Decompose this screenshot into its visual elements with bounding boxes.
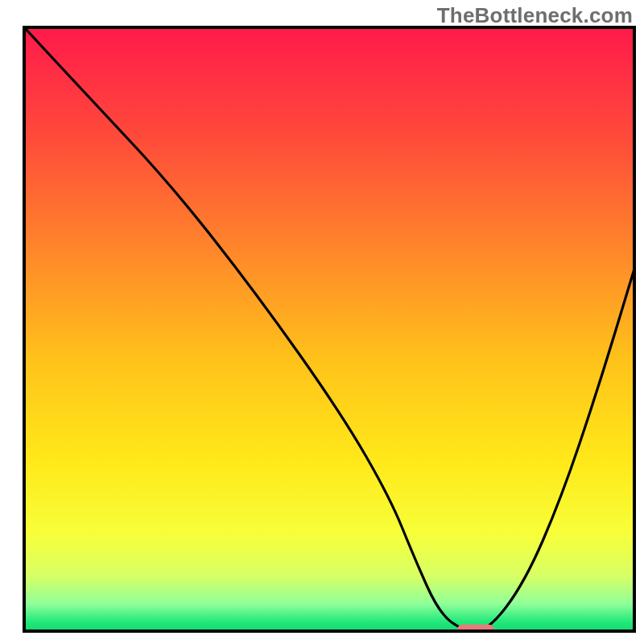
chart-container: TheBottleneck.com (0, 0, 644, 644)
bottleneck-chart (0, 0, 644, 644)
plot-area (24, 27, 634, 637)
watermark-text: TheBottleneck.com (437, 3, 633, 28)
